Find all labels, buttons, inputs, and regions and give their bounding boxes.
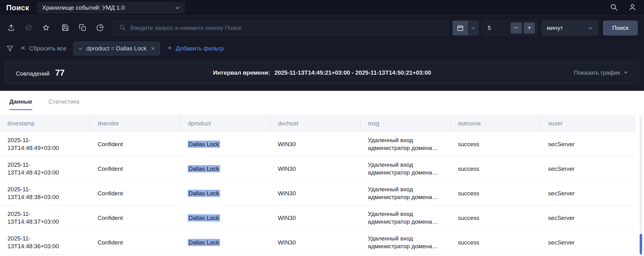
cell-timestamp: 2025-11-13T14:48:38+03:00	[7, 185, 66, 201]
cell-dproduct-highlighted: Dallas Lock	[188, 239, 220, 246]
favorite-query-button[interactable]	[41, 23, 51, 34]
filter-funnel-icon	[6, 45, 14, 52]
cell-dproduct-highlighted: Dallas Lock	[188, 214, 220, 221]
add-filter-button[interactable]: Добавить фильтр	[167, 45, 224, 52]
event-storage-select[interactable]: Хранилище событий: УМД 1.0	[37, 2, 185, 14]
search-icon	[610, 3, 618, 12]
chevron-down-icon	[78, 47, 82, 51]
event-storage-select-value: Хранилище событий: УМД 1.0	[42, 4, 125, 11]
results-table: timestamp dvendor dproduct dvchost msg o…	[0, 115, 635, 255]
search-icon	[119, 24, 126, 32]
table-row[interactable]: 2025-11-13T14:48:38+03:00 Confident Dall…	[0, 181, 635, 206]
column-header-msg[interactable]: msg	[361, 115, 451, 132]
time-interval-value: 2025-11-13T14:45:21+03:00 - 2025-11-13T1…	[274, 69, 431, 76]
interval-increment-button[interactable]	[524, 22, 535, 34]
table-row[interactable]: 2025-11-13T14:48:42+03:00 Confident Dall…	[0, 156, 635, 181]
upload-query-button[interactable]	[6, 23, 16, 34]
clear-all-filters-button[interactable]: Сбросить все	[21, 45, 67, 52]
interval-unit-select[interactable]: минут	[541, 21, 598, 35]
show-chart-toggle[interactable]: Показать график	[574, 69, 628, 76]
add-filter-label: Добавить фильтр	[176, 45, 224, 52]
table-body: 2025-11-13T14:48:49+03:00 Confident Dall…	[0, 132, 635, 255]
chevron-down-icon	[175, 5, 180, 10]
cell-dproduct-highlighted: Dallas Lock	[188, 190, 220, 197]
plus-icon	[527, 25, 532, 31]
table-header: timestamp dvendor dproduct dvchost msg o…	[0, 115, 635, 132]
cell-suser: secServer	[548, 190, 575, 197]
save-query-button[interactable]	[60, 23, 70, 34]
date-range-button[interactable]	[453, 21, 479, 35]
cell-dvchost: WIN30	[278, 165, 296, 172]
toolbar-group-left	[6, 23, 51, 34]
interval-decrement-button[interactable]	[511, 22, 522, 34]
cell-timestamp: 2025-11-13T14:48:37+03:00	[7, 210, 66, 226]
cell-timestamp: 2025-11-13T14:48:36+03:00	[7, 235, 66, 250]
table-row[interactable]: 2025-11-13T14:48:49+03:00 Confident Dall…	[0, 132, 635, 156]
matches-block: Совпадений 77	[16, 68, 65, 78]
chevron-down-icon	[588, 26, 593, 30]
tab-data[interactable]: Данные	[9, 98, 32, 110]
query-input[interactable]	[130, 25, 442, 31]
filter-chip-label: dproduct = Dallas Lock	[86, 45, 147, 52]
cell-outcome: success	[458, 215, 479, 221]
results-panel: Данные Статистика timestamp dvendor dpro…	[0, 91, 644, 256]
cell-suser: secServer	[548, 215, 575, 221]
tab-statistics[interactable]: Статистика	[48, 98, 80, 110]
copy-query-button[interactable]	[78, 23, 88, 34]
toolbar-group-right	[60, 23, 105, 34]
remove-filter-icon[interactable]	[151, 46, 155, 51]
cell-msg: Удаленный вход администратор домена…	[368, 235, 438, 249]
scrollbar-thumb[interactable]	[640, 234, 642, 254]
results-summary-bar: Совпадений 77 Интервал времени: 2025-11-…	[4, 62, 640, 84]
interval-value-input[interactable]	[488, 25, 509, 31]
search-toolbar: минут Поиск	[0, 16, 644, 40]
results-tabs: Данные Статистика	[0, 91, 644, 110]
close-icon	[21, 45, 25, 52]
cell-msg: Удаленный вход администратор домена…	[368, 186, 438, 200]
time-interval-label: Интервал времени:	[213, 69, 270, 76]
cell-dvchost: WIN30	[278, 215, 296, 221]
cell-msg: Удаленный вход администратор домена…	[368, 137, 438, 151]
column-header-dvendor[interactable]: dvendor	[90, 115, 180, 132]
cell-outcome: success	[458, 141, 479, 147]
filter-row: Сбросить все dproduct = Dallas Lock Доба…	[0, 40, 644, 62]
table-row[interactable]: 2025-11-13T14:48:37+03:00 Confident Dall…	[0, 206, 635, 230]
vertical-scrollbar[interactable]	[640, 116, 642, 254]
profile-button[interactable]	[627, 2, 638, 13]
topbar: Поиск Хранилище событий: УМД 1.0	[0, 0, 644, 16]
column-header-outcome[interactable]: outcome	[450, 115, 540, 132]
cell-dvendor: Confident	[98, 141, 123, 147]
chart-view-button[interactable]	[95, 23, 105, 34]
pie-chart-icon	[96, 24, 104, 32]
siem-search-app: Поиск Хранилище событий: УМД 1.0	[0, 0, 644, 256]
cell-suser: secServer	[548, 141, 575, 147]
time-interval-block: Интервал времени: 2025-11-13T14:45:21+03…	[213, 69, 431, 76]
chevron-down-icon	[623, 69, 628, 76]
cell-dvendor: Confident	[98, 215, 123, 221]
results-table-wrap: timestamp dvendor dproduct dvchost msg o…	[0, 115, 644, 256]
upload-icon	[7, 24, 15, 32]
query-input-wrap	[113, 21, 448, 35]
cell-msg: Удаленный вход администратор домена…	[368, 161, 438, 176]
star-icon	[42, 24, 50, 32]
cell-suser: secServer	[548, 165, 575, 172]
search-submit-button[interactable]: Поиск	[603, 21, 638, 35]
cell-timestamp: 2025-11-13T14:48:42+03:00	[7, 161, 66, 176]
disabled-action-button[interactable]	[24, 23, 34, 34]
show-chart-label: Показать график	[574, 69, 620, 76]
global-search-button[interactable]	[609, 2, 619, 13]
cell-outcome: success	[458, 190, 479, 197]
cell-dvchost: WIN30	[278, 190, 296, 197]
interval-stepper	[482, 21, 537, 35]
column-header-dvchost[interactable]: dvchost	[270, 115, 361, 132]
save-icon	[62, 24, 69, 32]
plus-icon	[167, 45, 172, 52]
table-row[interactable]: 2025-11-13T14:48:36+03:00 Confident Dall…	[0, 230, 635, 255]
calendar-icon	[453, 21, 468, 35]
filter-chip-dproduct[interactable]: dproduct = Dallas Lock	[73, 42, 160, 55]
column-header-timestamp[interactable]: timestamp	[0, 115, 90, 132]
cell-outcome: success	[458, 239, 479, 246]
column-header-suser[interactable]: suser	[540, 115, 634, 132]
cell-dvendor: Confident	[98, 165, 123, 172]
column-header-dproduct[interactable]: dproduct	[180, 115, 270, 132]
